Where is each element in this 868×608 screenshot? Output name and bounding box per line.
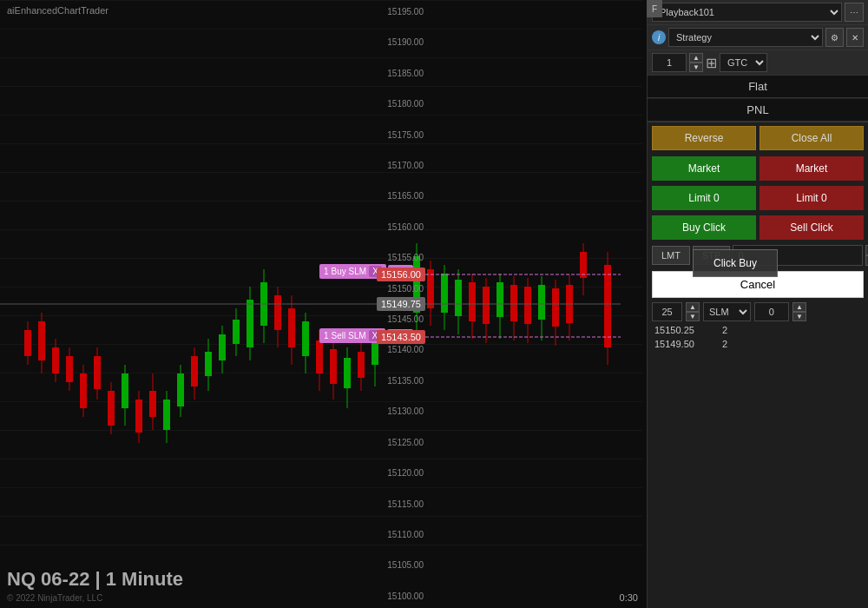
price-15180: 15180.00 bbox=[375, 99, 424, 109]
price-15175: 15175.00 bbox=[375, 130, 424, 140]
symbol-label: NQ 06-22 | 1 Minute bbox=[7, 568, 183, 591]
svg-rect-65 bbox=[483, 287, 490, 324]
price-15185: 15185.00 bbox=[375, 69, 424, 78]
copyright-label: © 2022 NinjaTrader, LLC bbox=[7, 593, 102, 603]
dom-qty-up-btn[interactable]: ▲ bbox=[686, 302, 700, 312]
gtc-select[interactable]: GTC bbox=[720, 53, 767, 72]
svg-rect-43 bbox=[302, 321, 309, 356]
sell-click-btn[interactable]: Sell Click bbox=[760, 215, 864, 240]
svg-rect-13 bbox=[94, 356, 101, 389]
lmt-btn[interactable]: LMT bbox=[652, 246, 690, 265]
svg-rect-51 bbox=[358, 352, 365, 378]
sell-market-btn[interactable]: Market bbox=[760, 156, 864, 181]
depth-qty-1: 2 bbox=[722, 325, 727, 335]
chart-area: aiEnhancedChartTrader bbox=[0, 0, 647, 608]
price-15150: 15150.00 bbox=[375, 284, 424, 294]
svg-rect-3 bbox=[24, 330, 31, 356]
price-15135: 15135.00 bbox=[375, 376, 424, 386]
buy-click-btn[interactable]: Buy Click bbox=[652, 215, 756, 240]
svg-rect-47 bbox=[330, 349, 337, 384]
svg-rect-81 bbox=[604, 265, 611, 347]
price-15120: 15120.00 bbox=[375, 468, 424, 478]
dom-type-select[interactable]: SLM bbox=[703, 302, 751, 321]
pnl-btn[interactable]: PNL bbox=[648, 99, 868, 122]
price-15110: 15110.00 bbox=[375, 530, 424, 539]
strategy-close-btn[interactable]: ✕ bbox=[846, 28, 864, 47]
app-title: aiEnhancedChartTrader bbox=[7, 5, 108, 16]
close-all-btn[interactable]: Close All bbox=[760, 126, 864, 150]
price-15145: 15145.00 bbox=[375, 314, 424, 324]
sell-limit-btn[interactable]: Limit 0 bbox=[760, 186, 864, 210]
buy-market-btn[interactable]: Market bbox=[652, 156, 756, 181]
svg-rect-45 bbox=[316, 340, 323, 373]
price-15195: 15195.00 bbox=[375, 7, 424, 17]
sell-slm-box[interactable]: 1 Sell SLM X bbox=[319, 328, 385, 343]
pnl-section: PNL bbox=[648, 99, 868, 122]
svg-rect-29 bbox=[205, 352, 212, 376]
svg-rect-7 bbox=[52, 347, 59, 373]
sell-slm-label: Sell SLM bbox=[332, 331, 366, 340]
dom-num-up-btn[interactable]: ▲ bbox=[792, 302, 806, 312]
svg-rect-27 bbox=[191, 356, 198, 387]
current-price-tag: 15149.75 bbox=[377, 297, 425, 311]
right-panel: Playback101 ⋯ i Strategy ⚙ ✕ ▲ ▼ ⊞ GTC F… bbox=[647, 0, 868, 608]
price-15125: 15125.00 bbox=[375, 438, 424, 447]
price-15140: 15140.00 bbox=[375, 345, 424, 354]
timer-label: 0:30 bbox=[620, 592, 638, 603]
price-15115: 15115.00 bbox=[375, 499, 424, 509]
svg-rect-61 bbox=[455, 280, 462, 316]
depth-qty-2: 2 bbox=[722, 339, 727, 349]
click-row: Buy Click Sell Click bbox=[648, 213, 868, 242]
flat-section: Flat bbox=[648, 76, 868, 99]
svg-rect-25 bbox=[177, 373, 184, 406]
strategy-row: i Strategy ⚙ ✕ bbox=[648, 25, 868, 50]
account-options-btn[interactable]: ⋯ bbox=[845, 3, 864, 22]
depth-entry-1: 15150.25 2 bbox=[648, 323, 868, 337]
qty-grid-icon[interactable]: ⊞ bbox=[706, 55, 717, 71]
svg-rect-21 bbox=[149, 391, 156, 417]
account-select[interactable]: Playback101 bbox=[652, 3, 842, 22]
svg-rect-59 bbox=[441, 274, 448, 313]
quantity-input[interactable] bbox=[652, 53, 687, 72]
svg-rect-19 bbox=[135, 400, 142, 433]
depth-price-1: 15150.25 bbox=[654, 325, 715, 335]
limit-row: Limit 0 Limit 0 bbox=[648, 183, 868, 213]
buy-limit-btn[interactable]: Limit 0 bbox=[652, 186, 756, 210]
strategy-settings-btn[interactable]: ⚙ bbox=[825, 28, 844, 47]
candlestick-chart bbox=[0, 0, 642, 573]
svg-rect-71 bbox=[524, 287, 531, 324]
svg-rect-39 bbox=[274, 295, 281, 330]
price-15190: 15190.00 bbox=[375, 37, 424, 47]
info-icon: i bbox=[652, 30, 666, 44]
svg-rect-15 bbox=[108, 391, 115, 426]
svg-rect-75 bbox=[552, 288, 559, 327]
buy-price-tag: 15156.00 bbox=[377, 268, 425, 281]
f-button[interactable]: F bbox=[647, 0, 662, 17]
price-15100: 15100.00 bbox=[375, 591, 424, 601]
sell-price-tag: 15143.50 bbox=[377, 330, 425, 344]
svg-rect-73 bbox=[538, 285, 545, 320]
dom-num-input[interactable] bbox=[754, 302, 789, 321]
buy-slm-label: Buy SLM bbox=[332, 267, 367, 276]
price-15155: 15155.00 bbox=[375, 253, 424, 262]
dom-qty-down-btn[interactable]: ▼ bbox=[686, 312, 700, 321]
svg-rect-41 bbox=[288, 308, 295, 347]
price-15170: 15170.00 bbox=[375, 161, 424, 170]
svg-rect-57 bbox=[427, 269, 434, 308]
qty-row: ▲ ▼ ⊞ GTC bbox=[648, 50, 868, 76]
svg-rect-5 bbox=[38, 321, 45, 360]
qty-down-btn[interactable]: ▼ bbox=[689, 63, 703, 72]
svg-rect-35 bbox=[247, 300, 253, 347]
price-15165: 15165.00 bbox=[375, 191, 424, 201]
depth-entry-2: 15149.50 2 bbox=[648, 337, 868, 351]
strategy-select[interactable]: Strategy bbox=[668, 28, 823, 47]
flat-btn[interactable]: Flat bbox=[648, 76, 868, 98]
dom-num-down-btn[interactable]: ▼ bbox=[792, 312, 806, 321]
buy-slm-qty: 1 bbox=[324, 267, 329, 276]
dom-qty-input[interactable] bbox=[652, 302, 682, 321]
price-15160: 15160.00 bbox=[375, 222, 424, 232]
reverse-btn[interactable]: Reverse bbox=[652, 126, 756, 150]
svg-rect-63 bbox=[469, 282, 476, 321]
qty-up-btn[interactable]: ▲ bbox=[689, 53, 703, 63]
dom-row: ▲ ▼ SLM ▲ ▼ bbox=[648, 301, 868, 323]
